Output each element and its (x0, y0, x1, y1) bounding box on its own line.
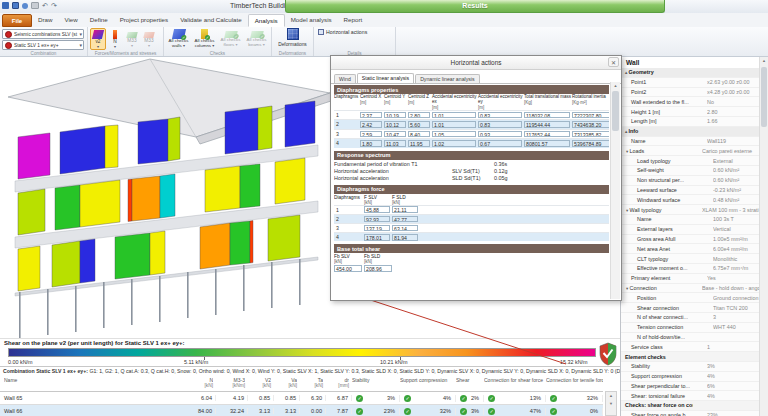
combination-type-dropdown[interactable]: Seismic combinations SLV (st ▾ (2, 29, 84, 39)
property-row[interactable]: Connection Base - hold down - angolari (621, 284, 760, 294)
property-row[interactable]: Support compression 4% (621, 372, 760, 382)
combination-case-dropdown[interactable]: Static SLV 1 ex+ ey+ ▾ (2, 40, 84, 50)
panel-scrollbar[interactable]: ▲ (759, 57, 768, 416)
property-value: 0.60 kN/m² (713, 177, 760, 183)
menu-tab[interactable]: Model analysis (285, 14, 338, 27)
results-contextual-tab[interactable]: Results (285, 0, 665, 13)
property-row[interactable]: Name 100 3s T (621, 215, 760, 225)
results-column-header[interactable]: Support compression (400, 377, 456, 391)
force-slv: 178.01 (364, 234, 390, 241)
results-column-header[interactable]: Ta[kN] (300, 377, 326, 391)
translational-mass: 80801.57 (524, 140, 570, 147)
property-value: Yes (707, 275, 760, 281)
horizontal-actions-button[interactable]: Horizontal actions (318, 29, 395, 35)
results-column-header[interactable]: Stability (352, 377, 400, 391)
menu-tab[interactable]: Analysis (248, 14, 285, 27)
property-row[interactable]: Shear perpendicular to... 6% (621, 382, 760, 392)
chevron-down-icon: ▾ (79, 31, 82, 37)
property-row[interactable]: Point1 x2.63 y0.00 z0.00 (621, 78, 760, 88)
file-menu-button[interactable]: File (2, 14, 32, 27)
table-scrollbar[interactable]: ▲ ▼ (605, 391, 617, 416)
menu-tab[interactable]: Draw (32, 14, 58, 27)
property-row[interactable]: Element checks (621, 352, 760, 362)
results-table-row[interactable]: Wall 65 6.04 4.19 0.85 0.85 6.30 6.87 ✓3… (0, 392, 603, 405)
property-row[interactable]: CLT typology Monolithic (621, 254, 760, 264)
undo-icon[interactable]: ↶ (42, 2, 48, 9)
force-result-button[interactable]: v2 ▾ (90, 28, 106, 50)
property-row[interactable]: External layers Vertical (621, 225, 760, 235)
dialog-scrollbar[interactable]: ▲ (610, 82, 620, 299)
property-row[interactable]: Wall typology XLAM 100 mm - 3 strati (621, 205, 760, 215)
menu-tab-label: View (64, 16, 77, 23)
menu-tab[interactable]: Validate and Calculate (174, 14, 247, 27)
menu-tab[interactable]: Report (338, 14, 369, 27)
print-icon[interactable] (31, 2, 39, 9)
menu-tab[interactable]: Project properties (114, 14, 175, 27)
scroll-thumb[interactable] (612, 91, 619, 131)
app-icon[interactable] (2, 2, 9, 9)
redo-icon[interactable]: ↷ (51, 2, 57, 9)
centroid-z: 2.80 (408, 112, 430, 119)
property-row[interactable]: Shear: torsional failure 4% (621, 391, 760, 401)
va-value: 3.13 (274, 408, 300, 414)
results-column-header[interactable]: Va[kN] (274, 377, 300, 391)
centroid-z: 11.95 (408, 140, 430, 147)
property-row[interactable]: Wall extended to the fl... No (621, 97, 760, 107)
property-row[interactable]: Tension connection WHT 440 (621, 323, 760, 333)
force-result-button[interactable]: N ▾ (107, 28, 123, 50)
property-row[interactable]: Stability 3% (621, 362, 760, 372)
results-table-row[interactable]: Wall 66 84.00 32.24 3.13 3.13 0.00 7.87 … (0, 405, 603, 416)
property-row[interactable]: Height 1 [m] 2.80 (621, 107, 760, 117)
property-row[interactable]: Geometry (621, 68, 760, 78)
results-column-header[interactable]: dr[mm] (326, 377, 352, 391)
rotational-inertia: 7434638.20 (572, 121, 609, 128)
translational-mass: 119544.44 (524, 121, 570, 128)
save-icon[interactable] (12, 2, 19, 9)
property-row[interactable]: Length [m] 1.66 (621, 117, 760, 127)
property-row[interactable]: Windward surface 0.48 kN/m² (621, 195, 760, 205)
property-row[interactable]: N of hold-down/tie... (621, 333, 760, 343)
scroll-thumb[interactable] (761, 67, 767, 127)
scroll-down-icon[interactable]: ▼ (606, 400, 616, 408)
property-row[interactable]: Leeward surface -0.23 kN/m² (621, 186, 760, 196)
scroll-up-icon[interactable]: ▲ (760, 57, 768, 65)
info-icon[interactable] (22, 3, 28, 9)
property-row[interactable]: Primary element Yes (621, 274, 760, 284)
property-row[interactable]: Self-weight 0.60 kN/m² (621, 166, 760, 176)
results-column-header[interactable]: Connection for tensile force (546, 377, 603, 391)
property-row[interactable]: Net area Anet 6.00e4 mm²/m (621, 244, 760, 254)
property-row[interactable]: Name Wall119 (621, 137, 760, 147)
results-column-header[interactable]: Shear (456, 377, 484, 391)
property-row[interactable]: Point2 x4.28 y0.00 z0.00 (621, 88, 760, 98)
close-icon[interactable]: ✕ (608, 57, 619, 67)
property-row[interactable]: Shear connection Titan TCN 200 (621, 303, 760, 313)
property-row[interactable]: Shear force on angle b... 23% (621, 411, 760, 416)
property-row[interactable]: Info (621, 127, 760, 137)
dialog-titlebar[interactable]: Horizontal actions ✕ (331, 56, 621, 70)
scroll-up-icon[interactable]: ▲ (606, 392, 616, 400)
property-row[interactable]: Non structural per... 0.60 kN/m² (621, 176, 760, 186)
property-row[interactable]: Effective moment o... 6.75e7 mm⁴/m (621, 264, 760, 274)
base-shear-slv: 454.00 (334, 265, 362, 272)
diaphragm-force-row: 1 45.88 21.11 (334, 205, 609, 214)
results-column-header[interactable]: V2[kN] (248, 377, 274, 391)
checks-icon: ✓ (224, 31, 237, 38)
menu-tab[interactable]: View (58, 14, 83, 27)
property-row[interactable]: Checks: shear force on connections (621, 401, 760, 411)
property-row[interactable]: Gross area Afull 1.00e5 mm²/m (621, 235, 760, 245)
results-column-header[interactable]: Name (0, 377, 188, 391)
combination-type-value: Seismic combinations SLV (st (14, 32, 79, 37)
results-column-header[interactable]: Connection for shear force (484, 377, 546, 391)
property-row[interactable]: Loads Carico pareti esterne (621, 146, 760, 156)
property-row[interactable]: N of shear connecti... 3 (621, 313, 760, 323)
force-result-button[interactable]: M33 ▾ (124, 28, 140, 50)
property-row[interactable]: Load typology External (621, 156, 760, 166)
results-column-header[interactable]: M3-3[kNm] (216, 377, 248, 391)
property-row[interactable]: Position Ground connection (621, 293, 760, 303)
results-column-header[interactable]: N[kN] (188, 377, 216, 391)
checks-icon: ✓ (201, 29, 208, 39)
property-row[interactable]: Service class 1 (621, 342, 760, 352)
menu-tab[interactable]: Define (84, 14, 114, 27)
scroll-up-icon[interactable]: ▲ (611, 82, 620, 89)
force-result-button[interactable]: M33 ▾ (141, 28, 157, 50)
